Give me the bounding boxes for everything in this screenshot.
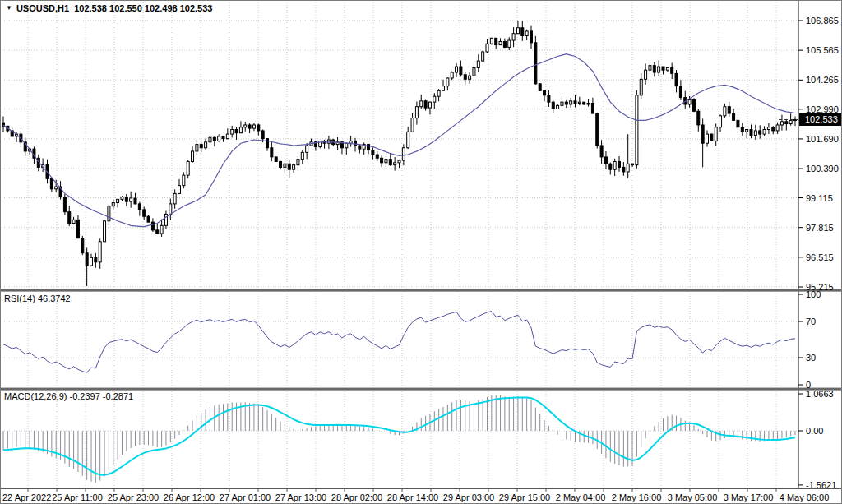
svg-text:28 Apr 02:00: 28 Apr 02:00: [331, 492, 382, 502]
svg-text:27 Apr 01:00: 27 Apr 01:00: [220, 492, 271, 502]
svg-text:101.690: 101.690: [806, 134, 839, 144]
chart-window: 106.865105.565104.265102.990101.690100.3…: [0, 0, 842, 504]
svg-text:22 Apr 2022: 22 Apr 2022: [2, 492, 51, 502]
svg-text:30: 30: [806, 353, 816, 363]
chart-canvas[interactable]: 106.865105.565104.265102.990101.690100.3…: [1, 1, 842, 504]
macd-label: MACD(12,26,9) -0.2397 -0.2871: [4, 391, 133, 401]
rsi-axis-labels: 10070300: [798, 289, 821, 390]
svg-text:100: 100: [806, 289, 821, 299]
svg-text:3 May 05:00: 3 May 05:00: [668, 492, 718, 502]
current-price-tag: 102.533: [779, 113, 842, 126]
svg-text:99.115: 99.115: [806, 193, 833, 203]
svg-text:105.565: 105.565: [806, 45, 839, 55]
svg-text:97.815: 97.815: [806, 223, 834, 233]
svg-text:102.990: 102.990: [806, 104, 839, 114]
svg-text:2 May 16:00: 2 May 16:00: [612, 492, 662, 502]
svg-text:70: 70: [806, 317, 816, 326]
svg-text:3 May 17:00: 3 May 17:00: [724, 492, 774, 502]
svg-text:26 Apr 12:00: 26 Apr 12:00: [164, 492, 215, 502]
svg-text:25 Apr 23:00: 25 Apr 23:00: [108, 492, 159, 502]
symbol-ohlc-text: USOUSD,H1 102.538 102.550 102.498 102.53…: [16, 3, 213, 13]
svg-text:25 Apr 11:00: 25 Apr 11:00: [52, 492, 103, 502]
candles: [2, 21, 797, 286]
macd-histogram: [3, 395, 795, 483]
svg-text:0.00: 0.00: [806, 426, 823, 436]
macd-axis-labels: 1.06630.00-1.5621: [798, 389, 836, 490]
time-axis-labels: 22 Apr 202225 Apr 11:0025 Apr 23:0026 Ap…: [2, 488, 829, 502]
svg-text:104.265: 104.265: [806, 75, 839, 85]
svg-text:28 Apr 14:00: 28 Apr 14:00: [387, 492, 438, 502]
svg-text:-1.5621: -1.5621: [806, 480, 836, 490]
svg-text:100.390: 100.390: [806, 164, 839, 173]
svg-text:106.865: 106.865: [806, 16, 839, 25]
symbol-dropdown-icon[interactable]: ▼: [6, 5, 12, 12]
svg-text:1.0663: 1.0663: [806, 389, 834, 399]
price-axis-labels: 106.865105.565104.265102.990101.690100.3…: [798, 16, 839, 292]
svg-text:2 May 04:00: 2 May 04:00: [556, 492, 606, 502]
svg-text:102.533: 102.533: [805, 114, 838, 124]
panel-dividers: [1, 1, 842, 489]
rsi-line: [3, 312, 795, 373]
svg-text:29 Apr 15:00: 29 Apr 15:00: [499, 492, 550, 502]
symbol-header: ▼ USOUSD,H1 102.538 102.550 102.498 102.…: [6, 3, 212, 13]
svg-text:4 May 06:00: 4 May 06:00: [780, 492, 830, 502]
rsi-label: RSI(14) 46.3742: [4, 294, 71, 303]
svg-text:27 Apr 13:00: 27 Apr 13:00: [275, 492, 326, 502]
svg-text:29 Apr 03:00: 29 Apr 03:00: [443, 492, 494, 502]
svg-text:96.515: 96.515: [806, 252, 834, 262]
